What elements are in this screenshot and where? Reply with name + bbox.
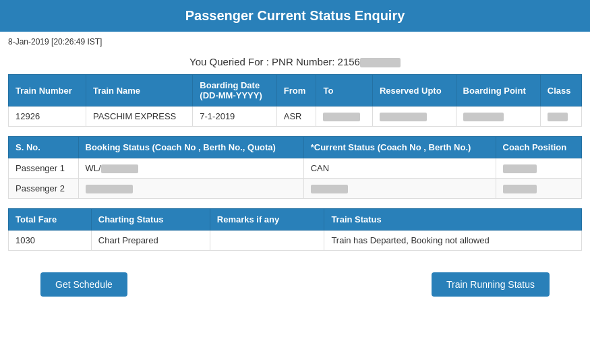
from-cell: ASR xyxy=(276,107,316,127)
passenger2-sno: Passenger 2 xyxy=(9,179,79,199)
page-header: Passenger Current Status Enquiry xyxy=(0,0,590,32)
col-to: To xyxy=(316,75,372,107)
pnr-query-text: You Queried For : PNR Number: 2156 xyxy=(189,56,360,67)
col-from: From xyxy=(276,75,316,107)
remarks-cell xyxy=(210,231,324,251)
col-train-number: Train Number xyxy=(9,75,86,107)
col-booking-status: Booking Status (Coach No , Berth No., Qu… xyxy=(78,137,303,158)
col-reserved-upto: Reserved Upto xyxy=(372,75,456,107)
page-title: Passenger Current Status Enquiry xyxy=(185,8,405,23)
col-train-name: Train Name xyxy=(86,75,192,107)
train-table-header: Train Number Train Name Boarding Date(DD… xyxy=(9,75,582,107)
charting-status-cell: Chart Prepared xyxy=(91,231,210,251)
col-sno: S. No. xyxy=(9,137,79,158)
to-redacted xyxy=(323,113,360,121)
boarding-point-redacted xyxy=(463,113,504,121)
passenger1-current: CAN xyxy=(303,158,496,179)
train-table-body: 12926 PASCHIM EXPRESS 7-1-2019 ASR xyxy=(9,107,582,127)
summary-table: Total Fare Charting Status Remarks if an… xyxy=(8,208,582,251)
summary-section: Total Fare Charting Status Remarks if an… xyxy=(8,208,582,251)
train-number-cell: 12926 xyxy=(9,107,86,127)
passenger2-booking-redacted xyxy=(86,185,133,193)
train-running-status-button[interactable]: Train Running Status xyxy=(432,272,550,297)
col-total-fare: Total Fare xyxy=(9,209,92,231)
passenger-table-body: Passenger 1 WL/ CAN Passenger 2 xyxy=(9,158,582,199)
table-row: Passenger 2 xyxy=(9,179,582,199)
col-train-status: Train Status xyxy=(324,209,582,231)
train-table: Train Number Train Name Boarding Date(DD… xyxy=(8,74,582,127)
class-redacted xyxy=(548,113,568,121)
passenger1-booking-redacted xyxy=(101,164,138,173)
timestamp: 8-Jan-2019 [20:26:49 IST] xyxy=(0,32,590,52)
passenger2-booking xyxy=(78,179,303,199)
passenger1-sno: Passenger 1 xyxy=(9,158,79,179)
boarding-point-cell xyxy=(456,107,540,127)
get-schedule-button[interactable]: Get Schedule xyxy=(40,272,127,297)
col-boarding-point: Boarding Point xyxy=(456,75,540,107)
passenger2-coach-redacted xyxy=(503,185,537,193)
passenger-table: S. No. Booking Status (Coach No , Berth … xyxy=(8,136,582,199)
passenger1-coach xyxy=(496,158,581,179)
to-cell xyxy=(316,107,372,127)
total-fare-cell: 1030 xyxy=(9,231,92,251)
col-coach-position: Coach Position xyxy=(496,137,581,158)
pnr-redacted xyxy=(360,58,401,67)
passenger2-coach xyxy=(496,179,581,199)
passenger2-current-redacted xyxy=(311,185,348,193)
table-row: 1030 Chart Prepared Train has Departed, … xyxy=(9,231,582,251)
reserved-upto-cell xyxy=(372,107,456,127)
train-status-cell: Train has Departed, Booking not allowed xyxy=(324,231,582,251)
passenger2-current xyxy=(303,179,496,199)
col-remarks: Remarks if any xyxy=(210,209,324,231)
passenger-section: S. No. Booking Status (Coach No , Berth … xyxy=(8,136,582,199)
col-class: Class xyxy=(540,75,581,107)
train-info-section: Train Number Train Name Boarding Date(DD… xyxy=(8,74,582,127)
passenger-table-header: S. No. Booking Status (Coach No , Berth … xyxy=(9,137,582,158)
col-boarding-date: Boarding Date(DD-MM-YYYY) xyxy=(193,75,276,107)
train-name-cell: PASCHIM EXPRESS xyxy=(86,107,192,127)
class-cell xyxy=(540,107,581,127)
bottom-buttons: Get Schedule Train Running Status xyxy=(0,260,590,303)
reserved-upto-redacted xyxy=(380,113,427,121)
col-charting-status: Charting Status xyxy=(91,209,210,231)
summary-table-header: Total Fare Charting Status Remarks if an… xyxy=(9,209,582,231)
summary-table-body: 1030 Chart Prepared Train has Departed, … xyxy=(9,231,582,251)
passenger1-coach-redacted xyxy=(503,164,537,173)
col-current-status: *Current Status (Coach No , Berth No.) xyxy=(303,137,496,158)
boarding-date-cell: 7-1-2019 xyxy=(193,107,276,127)
table-row: Passenger 1 WL/ CAN xyxy=(9,158,582,179)
table-row: 12926 PASCHIM EXPRESS 7-1-2019 ASR xyxy=(9,107,582,127)
passenger1-booking: WL/ xyxy=(78,158,303,179)
pnr-query: You Queried For : PNR Number: 2156 xyxy=(0,52,590,74)
